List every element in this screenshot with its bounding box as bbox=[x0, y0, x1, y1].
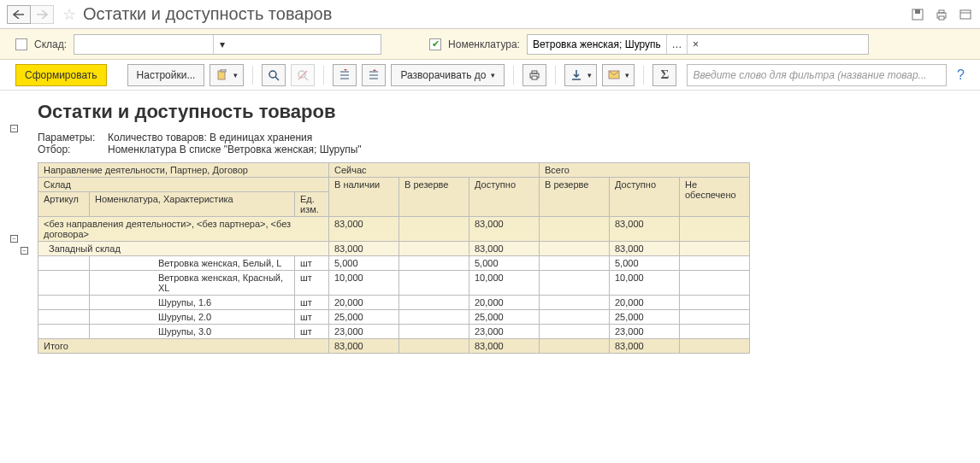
total-label: Итого bbox=[38, 339, 329, 354]
svg-rect-3 bbox=[939, 10, 944, 13]
nomenclature-checkbox[interactable] bbox=[429, 38, 441, 50]
cell: 25,000 bbox=[469, 310, 540, 325]
cell: 5,000 bbox=[329, 256, 399, 271]
col-unit: Ед. изм. bbox=[295, 192, 329, 217]
cell: шт bbox=[295, 271, 329, 296]
table-group-row[interactable]: <без направления деятельности>, <без пар… bbox=[38, 217, 750, 242]
svg-line-10 bbox=[275, 77, 279, 80]
outline-gutter: − − − bbox=[0, 91, 34, 463]
expand-all-button[interactable] bbox=[333, 64, 357, 86]
title-bar: ☆ Остатки и доступность товаров bbox=[0, 0, 980, 29]
cell: 83,000 bbox=[329, 339, 399, 354]
cell: 23,000 bbox=[469, 325, 540, 339]
table-row[interactable]: Ветровка женская, Белый, Lшт 5,0005,0005… bbox=[38, 256, 750, 271]
outline-toggle[interactable]: − bbox=[10, 125, 18, 132]
cell: Шурупы, 3.0 bbox=[90, 325, 295, 339]
col-t-reserved: В резерве bbox=[540, 178, 610, 217]
cell: шт bbox=[295, 310, 329, 325]
warehouse-checkbox[interactable] bbox=[15, 38, 27, 50]
col-in-stock: В наличии bbox=[329, 178, 399, 217]
report-table: Направление деятельности, Партнер, Догов… bbox=[38, 162, 750, 354]
svg-rect-22 bbox=[532, 76, 537, 79]
cell: шт bbox=[295, 296, 329, 310]
save-report-button[interactable]: ▾ bbox=[564, 64, 597, 86]
variant-button[interactable]: ▾ bbox=[210, 64, 244, 86]
form-button[interactable]: Сформировать bbox=[15, 64, 107, 86]
outline-toggle[interactable]: − bbox=[21, 247, 28, 255]
cell: 23,000 bbox=[610, 325, 680, 339]
table-row[interactable]: Шурупы, 1.6шт 20,00020,00020,000 bbox=[38, 296, 750, 310]
col-warehouse: Склад bbox=[38, 178, 329, 192]
help-icon[interactable]: ? bbox=[957, 67, 965, 83]
settings-button-label: Настройки... bbox=[137, 69, 196, 81]
settings-button[interactable]: Настройки... bbox=[127, 64, 205, 86]
cell: 20,000 bbox=[469, 296, 540, 310]
printer-icon bbox=[528, 69, 540, 81]
col-nomenclature: Номенклатура, Характеристика bbox=[90, 192, 295, 217]
table-row[interactable]: Шурупы, 3.0шт 23,00023,00023,000 bbox=[38, 325, 750, 339]
expand-to-button[interactable]: Разворачивать до▾ bbox=[391, 64, 505, 86]
print-button[interactable] bbox=[522, 64, 546, 86]
sum-button[interactable]: Σ bbox=[652, 64, 676, 86]
cell: 83,000 bbox=[329, 242, 399, 256]
dropdown-icon[interactable]: ▾ bbox=[213, 35, 230, 54]
svg-rect-8 bbox=[221, 69, 226, 72]
svg-rect-1 bbox=[915, 9, 920, 14]
cell: Ветровка женская, Красный, XL bbox=[90, 271, 295, 296]
warehouse-input[interactable] bbox=[74, 35, 213, 54]
cell: 20,000 bbox=[329, 296, 399, 310]
table-group-row[interactable]: Западный склад 83,000 83,000 83,000 bbox=[38, 242, 750, 256]
nav-forward-button[interactable] bbox=[30, 5, 54, 24]
table-row[interactable]: Ветровка женская, Красный, XLшт 10,00010… bbox=[38, 271, 750, 296]
cell: 83,000 bbox=[469, 242, 540, 256]
send-button[interactable]: ▾ bbox=[602, 64, 635, 86]
params-label: Параметры: bbox=[38, 132, 108, 144]
col-available: Доступно bbox=[469, 178, 540, 217]
svg-line-12 bbox=[304, 77, 308, 80]
report-body: Остатки и доступность товаров Параметры:… bbox=[34, 91, 980, 463]
table-row[interactable]: Шурупы, 2.0шт 25,00025,00025,000 bbox=[38, 310, 750, 325]
nomenclature-combo[interactable]: … × bbox=[527, 34, 869, 55]
clear-icon[interactable]: × bbox=[687, 35, 704, 54]
collapse-icon bbox=[368, 69, 380, 81]
window-icon[interactable] bbox=[958, 7, 973, 22]
col-dim-group: Направление деятельности, Партнер, Догов… bbox=[38, 163, 329, 178]
outline-toggle[interactable]: − bbox=[10, 235, 18, 243]
form-button-label: Сформировать bbox=[25, 69, 97, 81]
cell: Шурупы, 1.6 bbox=[90, 296, 295, 310]
col-total: Всего bbox=[540, 163, 750, 178]
col-reserved: В резерве bbox=[399, 178, 469, 217]
cell: Ветровка женская, Белый, L bbox=[90, 256, 295, 271]
svg-point-9 bbox=[269, 71, 276, 78]
warehouse-combo[interactable]: ▾ bbox=[74, 34, 381, 55]
nomenclature-input[interactable] bbox=[528, 35, 666, 54]
filter-bar: Склад: ▾ Номенклатура: … × bbox=[0, 29, 980, 60]
cell: 83,000 bbox=[469, 339, 540, 354]
cell: 5,000 bbox=[610, 256, 680, 271]
nav-back-button[interactable] bbox=[7, 5, 31, 24]
group1-label: <без направления деятельности>, <без пар… bbox=[38, 217, 329, 242]
print-icon[interactable] bbox=[934, 7, 949, 22]
favorite-icon[interactable]: ☆ bbox=[62, 5, 76, 24]
filter-input[interactable]: Введите слово для фильтра (название това… bbox=[687, 64, 947, 86]
group2-label: Западный склад bbox=[38, 242, 329, 256]
filter-label: Отбор: bbox=[38, 144, 108, 155]
find-button[interactable] bbox=[262, 64, 286, 86]
ellipsis-icon[interactable]: … bbox=[666, 35, 687, 54]
params-value: Количество товаров: В единицах хранения bbox=[108, 132, 312, 144]
col-now: Сейчас bbox=[329, 163, 540, 178]
cell: 10,000 bbox=[469, 271, 540, 296]
col-t-available: Доступно bbox=[610, 178, 680, 217]
svg-rect-5 bbox=[960, 10, 971, 19]
mail-icon bbox=[608, 70, 620, 80]
cell: 23,000 bbox=[329, 325, 399, 339]
save-icon[interactable] bbox=[910, 7, 925, 22]
warehouse-label: Склад: bbox=[34, 38, 67, 50]
toolbar: Сформировать Настройки... ▾ Разворачиват… bbox=[0, 60, 980, 91]
cell: 25,000 bbox=[610, 310, 680, 325]
cell: 10,000 bbox=[329, 271, 399, 296]
nomenclature-label: Номенклатура: bbox=[448, 38, 520, 50]
find-cancel-button[interactable] bbox=[291, 64, 315, 86]
collapse-all-button[interactable] bbox=[362, 64, 386, 86]
cell: 20,000 bbox=[610, 296, 680, 310]
